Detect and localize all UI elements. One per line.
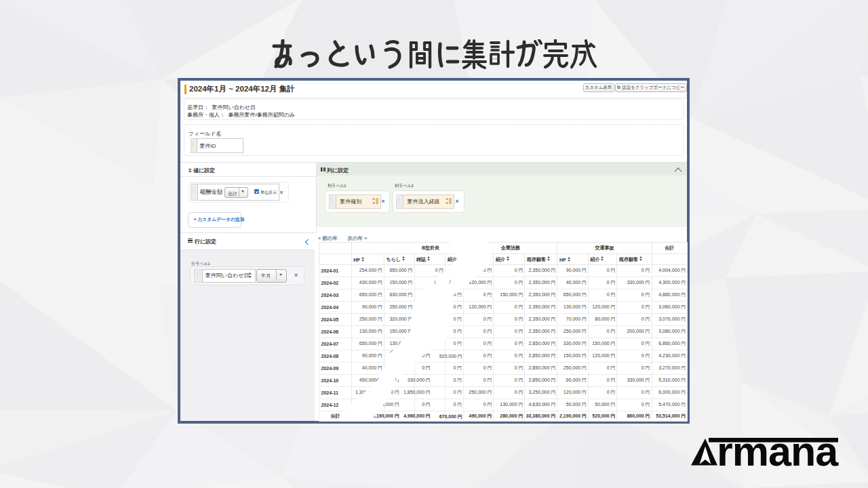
svg-text:rmana: rmana bbox=[717, 435, 839, 469]
